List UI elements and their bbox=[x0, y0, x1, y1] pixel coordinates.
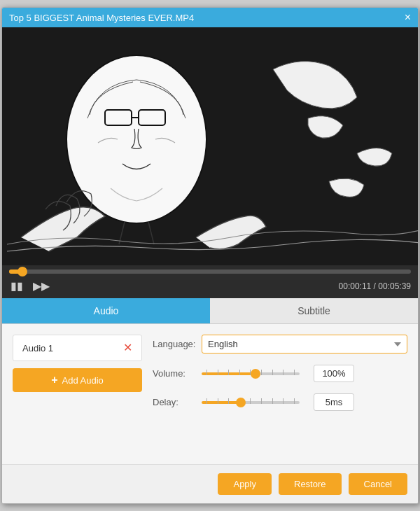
volume-value[interactable]: 100% bbox=[314, 365, 354, 382]
apply-button[interactable]: Apply bbox=[218, 473, 272, 495]
add-audio-label: Add Audio bbox=[62, 375, 104, 386]
audio-item-name: Audio 1 bbox=[22, 343, 53, 354]
title-bar: Top 5 BIGGEST Animal Mysteries EVER.MP4 … bbox=[2, 8, 418, 27]
delay-label: Delay: bbox=[153, 397, 202, 407]
language-row: Language: English French Spanish German … bbox=[153, 335, 407, 354]
delay-slider-track[interactable] bbox=[202, 401, 300, 404]
svg-point-1 bbox=[66, 55, 206, 223]
current-time: 00:00:11 bbox=[339, 281, 372, 291]
time-display: 00:00:11 / 00:05:39 bbox=[339, 281, 411, 291]
cancel-button[interactable]: Cancel bbox=[349, 473, 407, 495]
progress-thumb[interactable] bbox=[18, 267, 27, 276]
volume-slider-track[interactable] bbox=[202, 372, 300, 375]
audio-remove-button[interactable]: ✕ bbox=[123, 342, 132, 354]
delay-row: Delay: 5ms bbox=[153, 393, 407, 411]
volume-label: Volume: bbox=[153, 368, 202, 379]
plus-icon: + bbox=[51, 374, 57, 386]
delay-thumb[interactable] bbox=[236, 398, 246, 407]
language-select[interactable]: English French Spanish German Chinese bbox=[202, 335, 407, 354]
progress-bar[interactable] bbox=[9, 270, 411, 274]
pause-button[interactable]: ▮▮ bbox=[9, 279, 24, 293]
content-area: Audio 1 ✕ + Add Audio Language: English … bbox=[2, 324, 418, 464]
close-button[interactable]: × bbox=[405, 12, 411, 23]
controls-left: ▮▮ ▶▶ bbox=[9, 279, 51, 293]
player-controls: ▮▮ ▶▶ 00:00:11 / 00:05:39 bbox=[2, 265, 418, 298]
footer-buttons: Apply Restore Cancel bbox=[2, 464, 418, 503]
video-area bbox=[2, 27, 418, 265]
add-audio-button[interactable]: + Add Audio bbox=[13, 368, 142, 392]
audio-list: Audio 1 ✕ bbox=[13, 335, 142, 361]
controls-row: ▮▮ ▶▶ 00:00:11 / 00:05:39 bbox=[9, 279, 411, 293]
delay-value[interactable]: 5ms bbox=[314, 393, 354, 411]
video-sketch-svg bbox=[2, 27, 418, 265]
delay-control: 5ms bbox=[202, 393, 354, 411]
volume-control: 100% bbox=[202, 365, 354, 382]
total-time: 00:05:39 bbox=[378, 281, 411, 291]
volume-thumb[interactable] bbox=[251, 369, 260, 379]
audio-list-panel: Audio 1 ✕ + Add Audio bbox=[13, 335, 142, 454]
window-title: Top 5 BIGGEST Animal Mysteries EVER.MP4 bbox=[9, 13, 194, 23]
restore-button[interactable]: Restore bbox=[279, 473, 342, 495]
language-label: Language: bbox=[153, 339, 202, 349]
tabs: Audio Subtitle bbox=[2, 298, 418, 324]
main-window: Top 5 BIGGEST Animal Mysteries EVER.MP4 … bbox=[1, 7, 419, 504]
tab-audio[interactable]: Audio bbox=[2, 298, 210, 323]
volume-row: Volume: 100% bbox=[153, 365, 407, 382]
skip-button[interactable]: ▶▶ bbox=[31, 279, 51, 293]
audio-item: Audio 1 ✕ bbox=[17, 339, 138, 357]
tab-subtitle[interactable]: Subtitle bbox=[210, 298, 418, 323]
settings-panel: Language: English French Spanish German … bbox=[153, 335, 407, 454]
video-preview bbox=[2, 27, 418, 265]
